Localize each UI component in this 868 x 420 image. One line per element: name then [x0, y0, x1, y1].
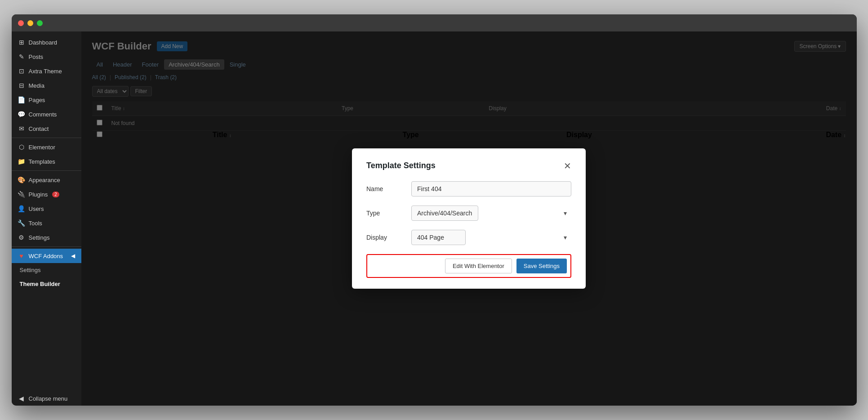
pages-icon: 📄 — [18, 96, 25, 103]
dashboard-icon: ⊞ — [18, 39, 25, 46]
appearance-icon: 🎨 — [18, 176, 25, 183]
modal-field-display: Display 404 Page All Archives Search Res… — [366, 230, 571, 245]
modal-close-button[interactable]: ✕ — [564, 161, 571, 170]
sidebar-item-elementor[interactable]: ⬡ Elementor — [12, 140, 81, 154]
sidebar-item-label: Appearance — [29, 177, 60, 183]
media-icon: ⊟ — [18, 82, 25, 89]
mac-window: ⊞ Dashboard ✎ Posts ⊡ Axtra Theme ⊟ Medi… — [12, 14, 857, 406]
sidebar-item-label: Settings — [29, 234, 50, 241]
save-settings-button[interactable]: Save Settings — [516, 259, 567, 273]
display-label: Display — [366, 234, 402, 241]
maximize-button[interactable] — [37, 20, 43, 26]
axtra-theme-icon: ⊡ — [18, 67, 25, 75]
sidebar-item-label: Comments — [29, 111, 57, 118]
sidebar-item-label: Users — [29, 206, 44, 212]
window-body: ⊞ Dashboard ✎ Posts ⊡ Axtra Theme ⊟ Medi… — [12, 31, 857, 406]
modal-overlay[interactable]: Template Settings ✕ Name Type Archive/4 — [81, 31, 857, 406]
modal-footer: Edit With Elementor Save Settings — [366, 254, 571, 278]
sidebar-item-templates[interactable]: 📁 Templates — [12, 154, 81, 169]
sidebar-item-posts[interactable]: ✎ Posts — [12, 49, 81, 64]
sidebar-item-label: Pages — [29, 97, 45, 103]
wcf-addons-icon: ♥ — [18, 252, 25, 259]
tools-icon: 🔧 — [18, 219, 25, 227]
templates-icon: 📁 — [18, 158, 25, 165]
contact-icon: ✉ — [18, 125, 25, 132]
type-select[interactable]: Archive/404/Search Header Footer Single — [411, 206, 478, 221]
sidebar-item-label: Dashboard — [29, 39, 58, 46]
sidebar: ⊞ Dashboard ✎ Posts ⊡ Axtra Theme ⊟ Medi… — [12, 31, 81, 406]
sidebar-sub-item-label: Theme Builder — [20, 281, 60, 287]
sidebar-item-label: WCF Addons — [29, 253, 63, 259]
sidebar-item-appearance[interactable]: 🎨 Appearance — [12, 173, 81, 187]
elementor-icon: ⬡ — [18, 143, 25, 151]
minimize-button[interactable] — [27, 20, 33, 26]
posts-icon: ✎ — [18, 53, 25, 60]
sidebar-item-collapse[interactable]: ◀ Collapse menu — [12, 391, 81, 406]
sidebar-item-media[interactable]: ⊟ Media — [12, 78, 81, 93]
main-content: WCF Builder Add New Screen Options ▾ All… — [81, 31, 857, 406]
titlebar — [12, 14, 857, 31]
sidebar-sub-item-theme-builder[interactable]: Theme Builder — [12, 277, 81, 291]
modal-field-type: Type Archive/404/Search Header Footer Si… — [366, 206, 571, 221]
wcf-addons-arrow: ◀ — [71, 253, 75, 259]
display-select[interactable]: 404 Page All Archives Search Results — [411, 230, 466, 245]
sidebar-item-dashboard[interactable]: ⊞ Dashboard — [12, 35, 81, 49]
sidebar-item-label: Contact — [29, 125, 49, 132]
template-settings-modal: Template Settings ✕ Name Type Archive/4 — [352, 148, 586, 289]
sidebar-item-label: Plugins — [29, 191, 48, 198]
plugins-icon: 🔌 — [18, 191, 25, 198]
sidebar-item-plugins[interactable]: 🔌 Plugins 2 — [12, 187, 81, 201]
collapse-icon: ◀ — [18, 395, 25, 402]
name-label: Name — [366, 185, 402, 192]
sidebar-item-comments[interactable]: 💬 Comments — [12, 107, 81, 121]
modal-header: Template Settings ✕ — [366, 161, 571, 170]
users-icon: 👤 — [18, 205, 25, 212]
sidebar-item-tools[interactable]: 🔧 Tools — [12, 216, 81, 230]
sidebar-item-label: Tools — [29, 220, 42, 227]
sidebar-item-wcf-addons[interactable]: ♥ WCF Addons ◀ — [12, 249, 81, 263]
sidebar-item-label: Elementor — [29, 144, 55, 151]
sidebar-item-label: Templates — [29, 158, 55, 165]
sidebar-collapse-label: Collapse menu — [29, 395, 68, 402]
plugins-badge: 2 — [52, 192, 59, 197]
edit-elementor-button[interactable]: Edit With Elementor — [445, 259, 512, 273]
sidebar-item-pages[interactable]: 📄 Pages — [12, 93, 81, 107]
settings-icon: ⚙ — [18, 234, 25, 241]
type-label: Type — [366, 210, 402, 217]
sidebar-item-axtra-theme[interactable]: ⊡ Axtra Theme — [12, 64, 81, 78]
sidebar-item-label: Posts — [29, 54, 44, 60]
sidebar-item-contact[interactable]: ✉ Contact — [12, 121, 81, 136]
sidebar-item-users[interactable]: 👤 Users — [12, 201, 81, 216]
sidebar-sub-item-settings[interactable]: Settings — [12, 263, 81, 277]
sidebar-item-settings[interactable]: ⚙ Settings — [12, 230, 81, 245]
close-button[interactable] — [18, 20, 24, 26]
name-input[interactable] — [411, 181, 571, 197]
modal-field-name: Name — [366, 181, 571, 197]
type-select-wrapper: Archive/404/Search Header Footer Single — [411, 206, 571, 221]
display-select-wrapper: 404 Page All Archives Search Results — [411, 230, 571, 245]
modal-title: Template Settings — [366, 161, 436, 170]
sidebar-item-label: Axtra Theme — [29, 68, 62, 75]
sidebar-sub-item-label: Settings — [20, 267, 41, 273]
comments-icon: 💬 — [18, 111, 25, 118]
sidebar-item-label: Media — [29, 82, 45, 89]
